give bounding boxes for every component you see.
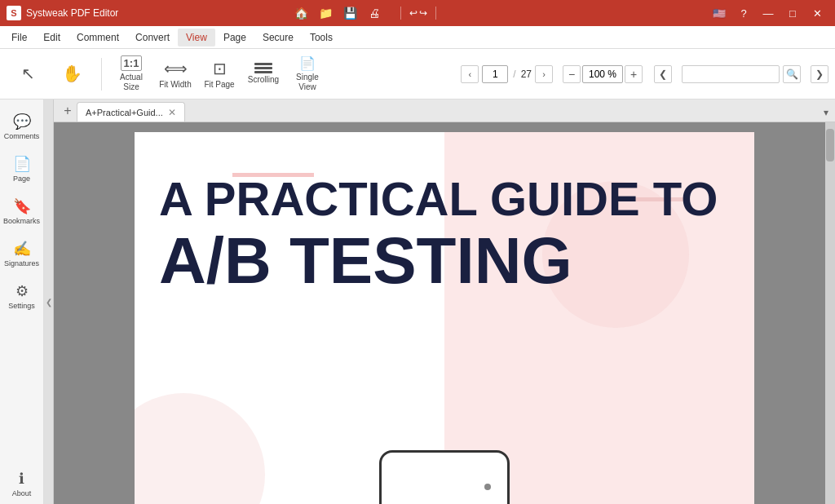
menu-edit[interactable]: Edit <box>35 29 68 46</box>
menu-file[interactable]: File <box>3 29 35 46</box>
fit-page-label: Fit Page <box>204 80 234 90</box>
signatures-icon: ✍ <box>13 240 31 258</box>
menu-secure[interactable]: Secure <box>254 29 302 46</box>
zoom-in-button[interactable]: + <box>625 65 643 83</box>
prev-page-button[interactable]: ‹ <box>461 65 479 83</box>
fit-page-icon: ⊡ <box>213 59 227 78</box>
divider <box>400 7 401 20</box>
undo-button[interactable]: ↩ <box>409 7 418 19</box>
sidebar-item-about[interactable]: ℹ About <box>2 463 42 504</box>
minimize-button[interactable]: — <box>757 2 780 24</box>
sidebar-item-page[interactable]: 📄 Page <box>2 148 42 189</box>
scrolling-button[interactable]: Scrolling <box>242 52 285 96</box>
hand-icon: ✋ <box>62 64 82 83</box>
search-button[interactable]: 🔍 <box>783 65 801 83</box>
menu-comment[interactable]: Comment <box>68 29 127 46</box>
page-number-input[interactable] <box>482 65 508 83</box>
pdf-circle-1 <box>135 393 265 504</box>
next-page-button[interactable]: › <box>535 65 553 83</box>
nav-arrow-right-button[interactable]: ❯ <box>811 65 828 83</box>
view-tools: 1:1 Actual Size ⟺ Fit Width ⊡ Fit Page S… <box>110 52 329 96</box>
tab-label: A+Practical+Guid... <box>86 108 163 117</box>
pdf-phone-outline <box>379 450 510 504</box>
scrolling-icon <box>254 63 272 73</box>
nav-arrow-button[interactable]: ❮ <box>654 65 672 83</box>
zoom-controls: − + <box>563 65 643 83</box>
tab-area: + A+Practical+Guid... ✕ ▾ <box>54 99 835 504</box>
toolbar-divider-1 <box>101 58 102 91</box>
single-view-label: Single View <box>288 73 327 92</box>
select-tool-button[interactable]: ↖ <box>7 52 49 96</box>
pdf-area[interactable]: A PRACTICAL GUIDE TO A/B TESTING <box>54 122 835 504</box>
flag-button[interactable]: 🇺🇸 <box>708 2 731 24</box>
title-bar: S Systweak PDF Editor 🏠 📁 💾 🖨 ↩ ↪ 🇺🇸 ? —… <box>0 0 835 26</box>
bookmarks-label: Bookmarks <box>3 217 40 225</box>
page-total: 27 <box>521 69 532 80</box>
select-icon: ↖ <box>21 64 35 83</box>
phone-dot <box>484 484 491 490</box>
undo-redo: ↩ ↪ <box>409 7 427 19</box>
cursor-tools: ↖ ✋ <box>7 52 93 96</box>
folder-button[interactable]: 📁 <box>314 2 337 24</box>
menu-tools[interactable]: Tools <box>302 29 341 46</box>
page-label: Page <box>13 175 30 183</box>
sidebar-item-signatures[interactable]: ✍ Signatures <box>2 233 42 274</box>
add-tab-button[interactable]: + <box>59 102 77 120</box>
toolbar: ↖ ✋ 1:1 Actual Size ⟺ Fit Width ⊡ Fit Pa… <box>0 49 835 99</box>
pdf-title-area: A PRACTICAL GUIDE TO A/B TESTING <box>159 173 730 297</box>
menu-view[interactable]: View <box>178 29 215 46</box>
bookmarks-icon: 🔖 <box>13 197 31 215</box>
hand-tool-button[interactable]: ✋ <box>51 52 93 96</box>
page-navigation: ‹ / 27 › <box>461 65 553 83</box>
redo-button[interactable]: ↪ <box>419 7 427 19</box>
save-button[interactable]: 💾 <box>338 2 361 24</box>
divider2 <box>435 7 436 20</box>
menu-convert[interactable]: Convert <box>127 29 178 46</box>
pdf-content: A PRACTICAL GUIDE TO A/B TESTING <box>135 132 754 504</box>
app-icon: S <box>7 6 21 20</box>
signatures-label: Signatures <box>4 259 39 267</box>
print-button[interactable]: 🖨 <box>363 2 386 24</box>
nav-buttons: 🏠 📁 💾 🖨 <box>289 2 386 24</box>
settings-label: Settings <box>8 302 35 310</box>
fit-width-button[interactable]: ⟺ Fit Width <box>154 52 197 96</box>
tab-bar: + A+Practical+Guid... ✕ ▾ <box>54 99 835 122</box>
app-title: Systweak PDF Editor <box>26 7 285 19</box>
zoom-out-button[interactable]: − <box>563 65 581 83</box>
settings-icon: ⚙ <box>15 282 29 300</box>
actual-size-icon: 1:1 <box>121 55 143 71</box>
comments-label: Comments <box>4 132 40 140</box>
sidebar-item-settings[interactable]: ⚙ Settings <box>2 276 42 316</box>
about-icon: ℹ <box>19 470 24 488</box>
page-divider: / <box>513 69 515 80</box>
fit-width-label: Fit Width <box>159 80 191 90</box>
tab-overflow-button[interactable]: ▾ <box>817 104 835 122</box>
sidebar-item-comments[interactable]: 💬 Comments <box>2 106 42 147</box>
tab-close-button[interactable]: ✕ <box>168 107 176 118</box>
maximize-button[interactable]: □ <box>781 2 804 24</box>
pdf-title-line2: A/B TESTING <box>159 225 730 297</box>
actual-size-label: Actual Size <box>112 73 151 92</box>
sidebar-collapse-handle[interactable]: ❮ <box>44 99 54 504</box>
help-button[interactable]: ? <box>732 2 755 24</box>
menu-page[interactable]: Page <box>215 29 254 46</box>
sidebar-item-bookmarks[interactable]: 🔖 Bookmarks <box>2 191 42 232</box>
zoom-input[interactable] <box>582 65 623 83</box>
left-sidebar: 💬 Comments 📄 Page 🔖 Bookmarks ✍ Signatur… <box>0 99 44 504</box>
fit-page-button[interactable]: ⊡ Fit Page <box>198 52 241 96</box>
about-label: About <box>12 489 32 497</box>
main-area: 💬 Comments 📄 Page 🔖 Bookmarks ✍ Signatur… <box>0 99 835 504</box>
pdf-page: A PRACTICAL GUIDE TO A/B TESTING <box>135 132 754 504</box>
scrolling-label: Scrolling <box>248 75 279 85</box>
tab-document[interactable]: A+Practical+Guid... ✕ <box>77 102 185 122</box>
menu-bar: File Edit Comment Convert View Page Secu… <box>0 26 835 49</box>
actual-size-button[interactable]: 1:1 Actual Size <box>110 52 152 96</box>
single-view-icon: 📄 <box>299 55 316 71</box>
single-view-button[interactable]: 📄 Single View <box>286 52 329 96</box>
pdf-title-line1: A PRACTICAL GUIDE TO <box>159 173 730 225</box>
close-button[interactable]: ✕ <box>806 2 828 24</box>
search-input[interactable] <box>682 65 780 83</box>
scrollbar-thumb[interactable] <box>826 129 834 161</box>
home-button[interactable]: 🏠 <box>289 2 312 24</box>
vertical-scrollbar[interactable] <box>825 122 835 504</box>
